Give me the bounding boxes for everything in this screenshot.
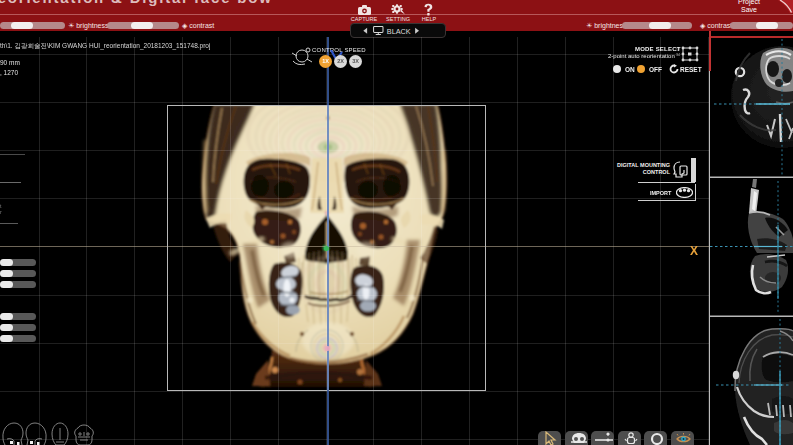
svg-text:BLACK: BLACK — [387, 26, 411, 35]
svg-text:12: 12 — [676, 48, 680, 52]
svg-text:34: 34 — [676, 53, 680, 57]
